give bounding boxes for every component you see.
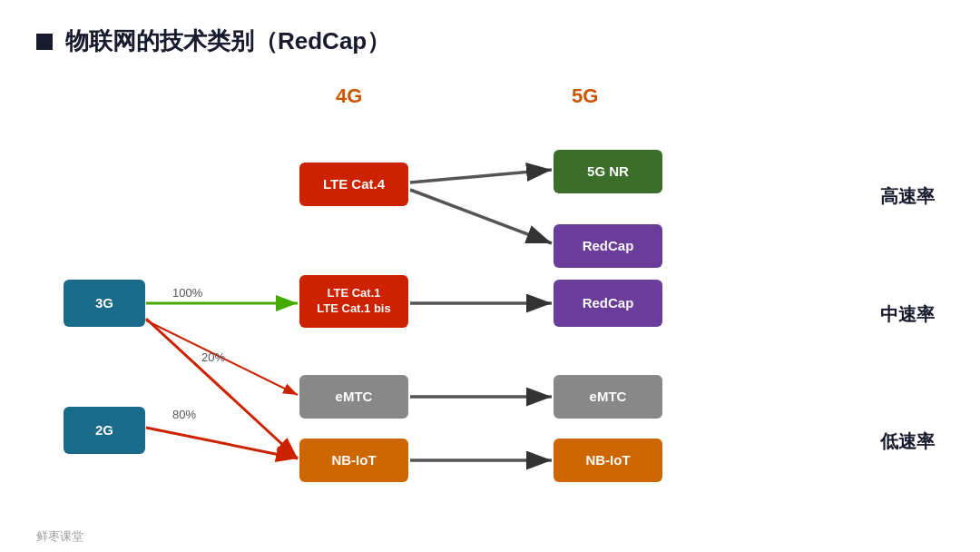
box-lte-cat1: LTE Cat.1 LTE Cat.1 bis	[299, 275, 408, 328]
pct-80: 80%	[172, 408, 196, 421]
page-container: 物联网的技术类别（RedCap） 4G 5G 高速率 中速率 低速率 3G 2G…	[0, 0, 980, 552]
svg-line-8	[410, 190, 552, 243]
svg-line-4	[146, 319, 298, 458]
svg-line-7	[410, 170, 552, 182]
pct-20: 20%	[201, 350, 225, 364]
box-lte-cat4: LTE Cat.4	[299, 163, 408, 206]
box-redcap2: RedCap	[554, 280, 662, 327]
col-4g-header: 4G	[336, 84, 362, 108]
diagram: 4G 5G 高速率 中速率 低速率 3G 2G LTE Cat.4 LTE Ca…	[45, 84, 935, 520]
box-emtc-5g: eMTC	[554, 375, 662, 419]
box-nbiot-4g: NB-IoT	[299, 439, 408, 482]
row-label-high: 高速率	[880, 184, 935, 209]
box-redcap1: RedCap	[554, 224, 662, 268]
title-square	[36, 34, 53, 50]
row-label-mid: 中速率	[880, 302, 935, 327]
col-5g-header: 5G	[572, 84, 598, 108]
box-3g: 3G	[64, 280, 145, 327]
box-nbiot-5g: NB-IoT	[554, 439, 662, 482]
page-title: 物联网的技术类别（RedCap）	[65, 25, 390, 57]
title-row: 物联网的技术类别（RedCap）	[36, 25, 944, 57]
box-emtc-4g: eMTC	[299, 375, 408, 419]
box-5gnr: 5G NR	[554, 150, 662, 193]
pct-100: 100%	[172, 286, 202, 300]
row-label-low: 低速率	[880, 429, 935, 454]
box-2g: 2G	[64, 407, 145, 454]
svg-line-5	[146, 428, 298, 458]
watermark: 鲜枣课堂	[36, 528, 83, 545]
